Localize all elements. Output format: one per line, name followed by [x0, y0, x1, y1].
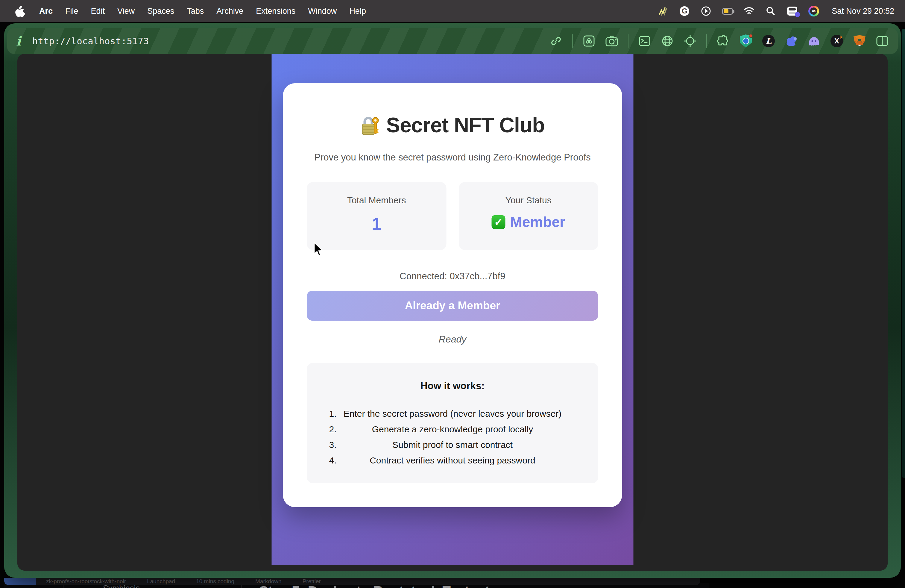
play-circle-icon[interactable] [700, 6, 711, 16]
wifi-icon[interactable] [744, 6, 754, 16]
stat-label: Your Status [462, 195, 595, 205]
okx-wallet-icon[interactable]: X [830, 35, 843, 48]
record-ring-icon[interactable]: ∞ [808, 6, 819, 16]
browser-toolbar: i http://localhost:5173 [7, 28, 898, 54]
menu-item-tabs[interactable]: Tabs [181, 6, 210, 16]
screenshot-camera-icon[interactable] [605, 35, 618, 48]
connected-wallet-address: Connected: 0x37cb...7bf9 [307, 271, 598, 282]
total-members-card: Total Members 1 [307, 182, 446, 250]
stocks-chart-icon[interactable] [657, 6, 668, 16]
locked-with-key-icon [360, 114, 379, 136]
menu-item-extensions[interactable]: Extensions [249, 6, 302, 16]
copy-link-icon[interactable] [549, 35, 563, 48]
how-step: Submit proof to smart contract [321, 437, 584, 453]
globe-icon[interactable] [661, 35, 674, 48]
split-view-icon[interactable] [876, 35, 889, 48]
background-window-edge [902, 29, 905, 478]
background-editor-statusbar: zk-proofs-on-rootstock-with-noir Launchp… [4, 578, 700, 585]
how-it-works-heading: How it works: [321, 380, 584, 392]
how-step: Enter the secret password (never leaves … [321, 406, 584, 421]
zk-app-card: Secret NFT Club Prove you know the secre… [283, 83, 622, 507]
site-info-icon[interactable]: i [16, 34, 21, 49]
mouse-cursor [313, 242, 325, 260]
total-members-value: 1 [310, 214, 443, 234]
page-title: Secret NFT Club [386, 113, 545, 137]
how-it-works-section: How it works: Enter the secret password … [307, 363, 598, 483]
l-extension-icon[interactable]: L [762, 35, 775, 48]
control-center-icon[interactable] [787, 6, 797, 16]
menu-item-spaces[interactable]: Spaces [141, 6, 181, 16]
menu-item-edit[interactable]: Edit [85, 6, 111, 16]
how-it-works-list: Enter the secret password (never leaves … [321, 406, 584, 468]
picture-in-picture-icon[interactable] [583, 35, 595, 48]
apple-logo-icon[interactable] [15, 5, 25, 17]
menu-item-window[interactable]: Window [302, 6, 343, 16]
menu-item-view[interactable]: View [111, 6, 141, 16]
menu-item-archive[interactable]: Archive [210, 6, 249, 16]
how-step: Generate a zero-knowledge proof locally [321, 421, 584, 437]
metamask-icon[interactable] [853, 35, 866, 48]
menu-clock[interactable]: Sat Nov 29 20:52 [832, 6, 894, 16]
browser-viewport: Secret NFT Club Prove you know the secre… [17, 54, 888, 571]
member-status-value: ✓ Member [462, 214, 595, 230]
statusbar-item: Markdown [255, 578, 282, 585]
already-member-button[interactable]: Already a Member [307, 291, 598, 321]
menu-item-help[interactable]: Help [343, 6, 372, 16]
menu-app-name[interactable]: Arc [33, 6, 59, 16]
arc-browser-window: i http://localhost:5173 [4, 23, 901, 578]
statusbar-item: Launchpad [147, 578, 175, 585]
adblock-shield-icon[interactable] [739, 35, 753, 48]
page-subtitle: Prove you know the secret password using… [307, 152, 598, 163]
element-picker-icon[interactable] [684, 35, 697, 48]
terminal-console-icon[interactable] [638, 35, 651, 48]
git-branch-label: zk-proofs-on-rootstock-with-noir [46, 578, 126, 585]
stat-label: Total Members [310, 195, 443, 205]
menu-item-file[interactable]: File [59, 6, 85, 16]
stats-row: Total Members 1 Your Status ✓ Member [307, 182, 598, 250]
your-status-card: Your Status ✓ Member [459, 182, 598, 250]
spotlight-search-icon[interactable] [765, 6, 776, 16]
menu-bar: Arc File Edit View Spaces Tabs Archive E… [0, 0, 905, 22]
rabby-wallet-icon[interactable] [785, 35, 798, 48]
url-text[interactable]: http://localhost:5173 [32, 36, 149, 46]
statusbar-item: Prettier [303, 578, 321, 585]
grammarly-icon[interactable]: G [679, 6, 690, 16]
remote-indicator [4, 578, 36, 585]
member-status-text: Member [510, 214, 565, 230]
battery-icon[interactable] [722, 6, 733, 16]
check-mark-icon: ✓ [492, 215, 505, 229]
address-bar[interactable]: i http://localhost:5173 [16, 34, 149, 49]
phantom-wallet-icon[interactable] [807, 35, 821, 48]
zk-app-background: Secret NFT Club Prove you know the secre… [272, 54, 634, 565]
status-text: Ready [307, 334, 598, 345]
how-step: Contract verifies without seeing passwor… [321, 453, 584, 468]
extensions-puzzle-icon[interactable] [716, 35, 730, 48]
statusbar-item: 10 mins coding [196, 578, 234, 585]
